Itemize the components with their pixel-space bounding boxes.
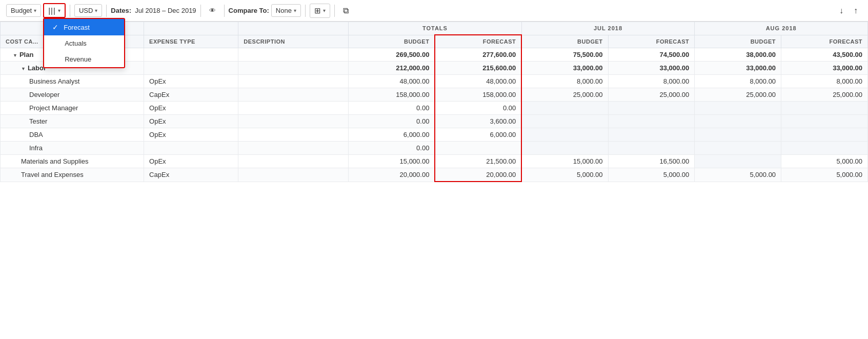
budget-label: Budget	[11, 7, 32, 14]
tot-forecast-cell: 277,600.00	[435, 48, 521, 62]
table-row: Labor 212,000.00 215,600.00 33,000.00 33…	[1, 62, 868, 75]
grid-view-btn[interactable]: ⊞ ▾	[310, 4, 330, 18]
jul-forecast-cell: 25,000.00	[608, 88, 695, 102]
table-row: Plan 269,500.00 277,600.00 75,500.00 74,…	[1, 48, 868, 62]
compare-label: Compare To:	[229, 7, 269, 14]
download-btn[interactable]: ↓	[835, 4, 847, 17]
dates-section: Dates: Jul 2018 – Dec 2019	[111, 7, 196, 14]
expense-cell	[144, 142, 238, 155]
aug-budget-cell: 5,000.00	[695, 168, 781, 182]
budget-table: TOTALS JUL 2018 AUG 2018 COST CA... EXPE…	[0, 22, 868, 182]
tot-forecast-cell: 21,500.00	[435, 155, 521, 168]
desc-cell	[238, 168, 349, 182]
col-header-row: COST CA... EXPENSE TYPE DESCRIPTION BUDG…	[1, 35, 868, 48]
compare-chevron-icon: ▾	[294, 8, 296, 13]
jul-forecast-cell	[608, 115, 695, 128]
desc-cell	[238, 115, 349, 128]
table-body: Plan 269,500.00 277,600.00 75,500.00 74,…	[1, 48, 868, 182]
cost-cat-cell: Infra	[1, 142, 144, 155]
cost-cat-cell: Developer	[1, 88, 144, 102]
expense-cell: OpEx	[144, 128, 238, 142]
aug-budget-cell: 38,000.00	[695, 48, 781, 62]
aug2018-group: AUG 2018	[695, 22, 868, 35]
view-mode-dropdown-menu: ✓ Forecast Actuals Revenue	[43, 18, 125, 68]
aug-budget-cell: 25,000.00	[695, 88, 781, 102]
budget-chevron-icon: ▾	[34, 8, 36, 13]
expand-icon[interactable]	[13, 51, 19, 58]
dropdown-item-actuals-label: Actuals	[65, 39, 87, 47]
copy-btn[interactable]: ⧉	[339, 4, 353, 17]
expense-cell: CapEx	[144, 168, 238, 182]
download-icon: ↓	[839, 6, 843, 15]
cost-cat-cell: Travel and Expenses	[1, 168, 144, 182]
grid-chevron-icon: ▾	[323, 8, 326, 13]
tot-budget-cell: 6,000.00	[349, 128, 435, 142]
table-row: Developer CapEx 158,000.00 158,000.00 25…	[1, 88, 868, 102]
currency-chevron-icon: ▾	[95, 8, 97, 13]
desc-cell	[238, 128, 349, 142]
dropdown-item-actuals[interactable]: Actuals	[44, 35, 124, 51]
tot-forecast-cell: 3,600.00	[435, 115, 521, 128]
currency-label: USD	[79, 7, 93, 14]
expense-cell: OpEx	[144, 115, 238, 128]
tot-budget-cell: 15,000.00	[349, 155, 435, 168]
copy-icon: ⧉	[343, 6, 349, 15]
col-header-desc: DESCRIPTION	[238, 35, 349, 48]
tot-forecast-cell: 48,000.00	[435, 75, 521, 88]
jul-forecast-cell	[608, 142, 695, 155]
col-header-tot-budget: BUDGET	[349, 35, 435, 48]
jul-budget-cell: 15,000.00	[521, 155, 608, 168]
separator-2	[106, 5, 107, 17]
aug-forecast-cell: 43,500.00	[781, 48, 868, 62]
tot-budget-cell: 269,500.00	[349, 48, 435, 62]
aug-forecast-cell: 5,000.00	[781, 155, 868, 168]
table-row: Tester OpEx 0.00 3,600.00	[1, 115, 868, 128]
expense-cell	[144, 48, 238, 62]
tot-forecast-cell: 0.00	[435, 102, 521, 115]
dates-label: Dates:	[111, 7, 131, 14]
table-row: Business Analyst OpEx 48,000.00 48,000.0…	[1, 75, 868, 88]
jul-budget-cell	[521, 128, 608, 142]
col-header-expense: EXPENSE TYPE	[144, 35, 238, 48]
table-row: DBA OpEx 6,000.00 6,000.00	[1, 128, 868, 142]
jul-forecast-cell: 33,000.00	[608, 62, 695, 75]
cost-cat-cell: Tester	[1, 115, 144, 128]
budget-dropdown-btn[interactable]: Budget ▾	[6, 4, 41, 17]
desc-cell	[238, 88, 349, 102]
jul-budget-cell: 75,500.00	[521, 48, 608, 62]
expand-icon[interactable]	[21, 64, 28, 72]
desc-cell	[238, 62, 349, 75]
separator-6	[334, 5, 335, 17]
view-mode-btn[interactable]: ||| ▾	[43, 3, 66, 18]
jul-forecast-cell: 5,000.00	[608, 168, 695, 182]
tot-budget-cell: 212,000.00	[349, 62, 435, 75]
expense-cell: OpEx	[144, 102, 238, 115]
cost-cat-cell: DBA	[1, 128, 144, 142]
currency-btn[interactable]: USD ▾	[74, 4, 102, 17]
aug-budget-cell: 33,000.00	[695, 62, 781, 75]
separator-5	[305, 5, 306, 17]
aug-forecast-cell	[781, 115, 868, 128]
jul-forecast-cell: 74,500.00	[608, 48, 695, 62]
jul-forecast-cell: 16,500.00	[608, 155, 695, 168]
dropdown-item-forecast[interactable]: ✓ Forecast	[44, 19, 124, 35]
aug-budget-cell: 8,000.00	[695, 75, 781, 88]
dropdown-item-revenue-label: Revenue	[65, 55, 91, 63]
jul-budget-cell	[521, 102, 608, 115]
tot-forecast-cell: 6,000.00	[435, 128, 521, 142]
view-mode-chevron-icon: ▾	[58, 8, 60, 13]
dropdown-item-revenue[interactable]: Revenue	[44, 51, 124, 67]
view-mode-dropdown-container: ||| ▾ ✓ Forecast Actuals Revenue	[43, 3, 66, 18]
compare-dropdown-btn[interactable]: None ▾	[271, 4, 301, 17]
upload-btn[interactable]: ↑	[850, 4, 862, 17]
aug-forecast-cell: 5,000.00	[781, 168, 868, 182]
check-icon: ✓	[52, 23, 58, 31]
jul-budget-cell	[521, 142, 608, 155]
eye-btn[interactable]: 👁	[205, 5, 220, 16]
tot-forecast-cell: 20,000.00	[435, 168, 521, 182]
eye-icon: 👁	[209, 7, 216, 14]
jul-forecast-cell: 8,000.00	[608, 75, 695, 88]
jul-budget-cell: 8,000.00	[521, 75, 608, 88]
jul-forecast-cell	[608, 102, 695, 115]
tot-budget-cell: 0.00	[349, 115, 435, 128]
